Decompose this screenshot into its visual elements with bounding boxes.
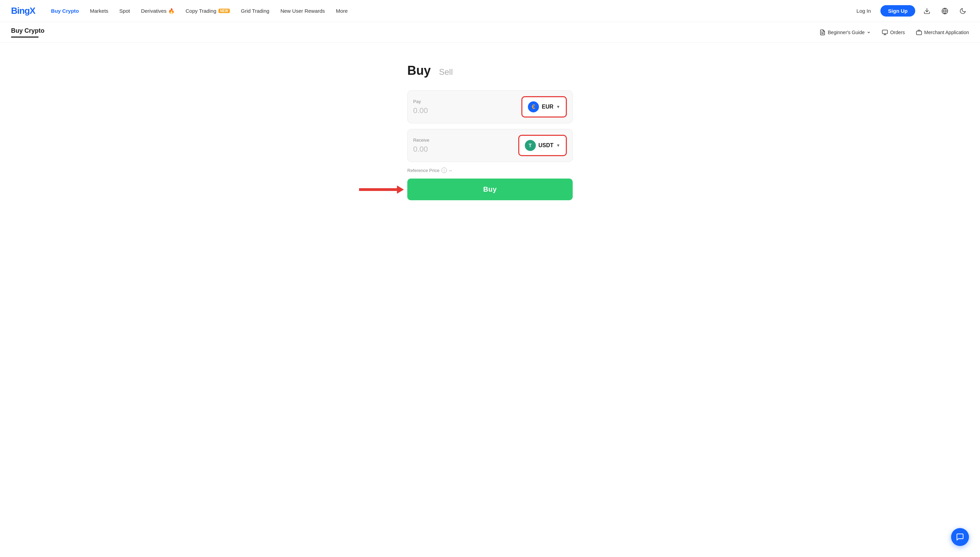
usdt-currency-name: USDT bbox=[539, 142, 554, 148]
reference-price-value: -- bbox=[449, 168, 452, 173]
usdt-icon: T bbox=[525, 140, 536, 151]
trade-card: Buy Sell Pay 0.00 € EUR ▼ Receive 0.00 T bbox=[407, 64, 573, 200]
page-title-underline bbox=[11, 37, 39, 37]
nav-item-spot[interactable]: Spot bbox=[114, 5, 135, 16]
usdt-chevron-icon: ▼ bbox=[556, 143, 560, 148]
nav-item-more[interactable]: More bbox=[331, 5, 353, 16]
beginners-guide-link[interactable]: Beginner's Guide bbox=[819, 29, 871, 36]
receive-field-left: Receive 0.00 bbox=[413, 137, 518, 154]
buy-button[interactable]: Buy bbox=[407, 179, 573, 200]
guide-chevron-icon bbox=[867, 30, 871, 34]
merchant-application-link[interactable]: Merchant Application bbox=[916, 29, 969, 36]
copy-trading-badge: NEW bbox=[218, 9, 230, 13]
nav-right: Log In Sign Up bbox=[853, 5, 969, 17]
buy-button-container: Buy bbox=[407, 179, 573, 200]
nav-links: Buy Crypto Markets Spot Derivatives 🔥 Co… bbox=[46, 5, 850, 17]
eur-currency-selector[interactable]: € EUR ▼ bbox=[522, 96, 567, 117]
receive-value[interactable]: 0.00 bbox=[413, 145, 518, 154]
subheader: Buy Crypto Beginner's Guide O bbox=[0, 22, 980, 43]
pay-field-left: Pay 0.00 bbox=[413, 99, 522, 115]
pay-field-container: Pay 0.00 € EUR ▼ bbox=[407, 90, 573, 124]
svg-rect-8 bbox=[917, 31, 922, 35]
red-arrow-annotation bbox=[359, 183, 404, 197]
pay-value[interactable]: 0.00 bbox=[413, 106, 522, 115]
nav-item-copy-trading[interactable]: Copy Trading NEW bbox=[181, 5, 235, 16]
language-icon[interactable] bbox=[939, 5, 951, 17]
subheader-right: Beginner's Guide Orders Merchant Applica… bbox=[819, 29, 969, 36]
guide-icon bbox=[819, 29, 826, 36]
svg-marker-10 bbox=[397, 186, 404, 194]
trade-tabs: Buy Sell bbox=[407, 64, 573, 78]
nav-item-new-user-rewards[interactable]: New User Rewards bbox=[276, 5, 330, 16]
theme-icon[interactable] bbox=[957, 5, 969, 17]
reference-price-row: Reference Price i -- bbox=[407, 168, 573, 173]
eur-currency-name: EUR bbox=[542, 104, 553, 110]
eur-icon: € bbox=[528, 101, 539, 112]
merchant-icon bbox=[916, 29, 922, 36]
nav-item-derivatives[interactable]: Derivatives 🔥 bbox=[136, 5, 179, 17]
logo[interactable]: BingX bbox=[11, 5, 35, 16]
orders-link[interactable]: Orders bbox=[882, 29, 905, 36]
tab-sell[interactable]: Sell bbox=[439, 67, 453, 77]
receive-label: Receive bbox=[413, 137, 518, 143]
page-title-container: Buy Crypto bbox=[11, 27, 44, 37]
nav-item-markets[interactable]: Markets bbox=[85, 5, 113, 16]
navbar: BingX Buy Crypto Markets Spot Derivative… bbox=[0, 0, 980, 22]
reference-price-info-icon[interactable]: i bbox=[441, 168, 447, 173]
usdt-currency-selector[interactable]: T USDT ▼ bbox=[518, 135, 567, 156]
tab-buy[interactable]: Buy bbox=[407, 64, 431, 78]
page-title: Buy Crypto bbox=[11, 27, 44, 34]
receive-field-container: Receive 0.00 T USDT ▼ bbox=[407, 129, 573, 162]
svg-rect-5 bbox=[882, 30, 887, 34]
main-content: Buy Sell Pay 0.00 € EUR ▼ Receive 0.00 T bbox=[0, 43, 980, 221]
reference-price-label: Reference Price bbox=[407, 168, 439, 173]
download-icon[interactable] bbox=[921, 5, 933, 17]
nav-item-buy-crypto[interactable]: Buy Crypto bbox=[46, 5, 84, 16]
orders-icon bbox=[882, 29, 888, 36]
pay-label: Pay bbox=[413, 99, 522, 104]
signup-button[interactable]: Sign Up bbox=[881, 5, 915, 16]
nav-item-grid-trading[interactable]: Grid Trading bbox=[236, 5, 274, 16]
login-button[interactable]: Log In bbox=[853, 6, 875, 16]
eur-chevron-icon: ▼ bbox=[556, 104, 560, 109]
